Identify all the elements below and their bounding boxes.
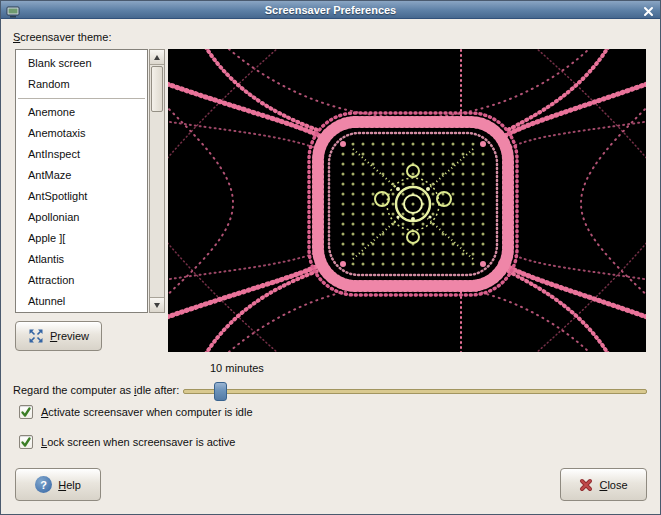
list-item[interactable]: Atlantis xyxy=(16,249,147,270)
screensaver-preferences-window: Screensaver Preferences Screensaver them… xyxy=(0,0,661,515)
help-button-label: Help xyxy=(58,479,81,491)
list-item[interactable]: Anemotaxis xyxy=(16,123,147,144)
scroll-down-icon xyxy=(154,303,160,308)
list-item[interactable]: Attraction xyxy=(16,270,147,291)
close-button-text: lose xyxy=(607,479,627,491)
list-item[interactable]: Blank screen xyxy=(16,53,147,74)
lock-screen-checkbox[interactable] xyxy=(19,435,33,449)
help-button[interactable]: ? Help xyxy=(15,468,101,501)
theme-list: Blank screen Random Anemone Anemotaxis A… xyxy=(15,49,148,313)
theme-list-scrollbar[interactable] xyxy=(149,49,165,313)
activate-screensaver-label: Activate screensaver when computer is id… xyxy=(41,406,253,418)
list-item[interactable]: Atunnel xyxy=(16,291,147,312)
idle-label-prefix: Regard the computer as xyxy=(13,384,134,396)
check-icon xyxy=(20,436,32,448)
close-icon xyxy=(579,478,593,492)
list-item[interactable]: Apple ][ xyxy=(16,228,147,249)
close-button-label: Close xyxy=(599,479,627,491)
list-item[interactable]: Anemone xyxy=(16,102,147,123)
idle-slider-track[interactable] xyxy=(183,389,647,394)
scrollbar-down-button[interactable] xyxy=(150,297,164,312)
list-item[interactable]: Random xyxy=(16,74,147,95)
idle-label: Regard the computer as idle after: xyxy=(13,384,179,396)
slider-value-label: 10 minutes xyxy=(210,362,264,374)
scrollbar-thumb[interactable] xyxy=(151,66,163,112)
close-button[interactable]: Close xyxy=(560,468,647,501)
activate-screensaver-checkbox-row[interactable]: Activate screensaver when computer is id… xyxy=(19,404,253,420)
lock-screen-checkbox-row[interactable]: Lock screen when screensaver is active xyxy=(19,434,235,450)
theme-label-text: creensaver theme: xyxy=(20,31,111,43)
window-close-button[interactable] xyxy=(642,4,655,17)
scrollbar-up-button[interactable] xyxy=(150,50,164,65)
check-icon xyxy=(20,406,32,418)
preview-area xyxy=(168,49,646,352)
screensaver-fractal-preview xyxy=(168,49,646,352)
preview-icon xyxy=(28,328,44,344)
help-button-mnemonic: H xyxy=(58,479,66,491)
list-item[interactable]: Apollonian xyxy=(16,207,147,228)
lock-label-text: ock screen when screensaver is active xyxy=(47,436,235,448)
idle-label-suffix: dle after: xyxy=(137,384,180,396)
window-title: Screensaver Preferences xyxy=(1,1,660,19)
activate-label-text: ctivate screensaver when computer is idl… xyxy=(48,406,252,418)
preview-button-label: Preview xyxy=(50,330,89,342)
list-item[interactable]: AntInspect xyxy=(16,144,147,165)
list-item[interactable]: AntMaze xyxy=(16,165,147,186)
preview-button[interactable]: Preview xyxy=(15,321,102,351)
titlebar[interactable]: Screensaver Preferences xyxy=(1,1,660,19)
lock-screen-label: Lock screen when screensaver is active xyxy=(41,436,235,448)
help-icon: ? xyxy=(35,476,52,493)
help-button-text: elp xyxy=(66,479,81,491)
preview-button-text: review xyxy=(57,330,89,342)
idle-slider-handle[interactable] xyxy=(214,382,227,401)
list-item[interactable]: AntSpotlight xyxy=(16,186,147,207)
scroll-up-icon xyxy=(154,55,160,60)
theme-label: Screensaver theme: xyxy=(13,31,111,43)
activate-screensaver-checkbox[interactable] xyxy=(19,405,33,419)
list-separator xyxy=(16,95,147,102)
